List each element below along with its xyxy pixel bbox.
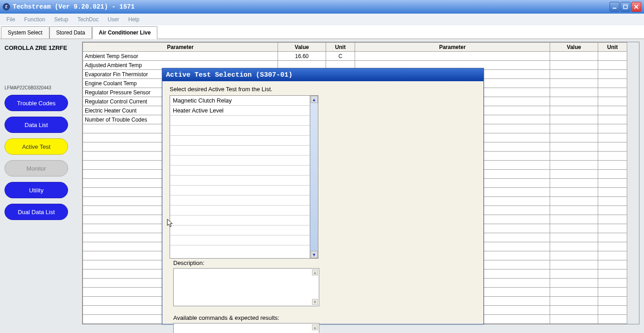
cell-parameter: Ambient Temp Sensor (83, 52, 278, 61)
cell-value (550, 106, 598, 115)
cell-value: 16.60 (278, 52, 326, 61)
scroll-up-icon[interactable]: ▲ (311, 96, 318, 103)
data-list-button[interactable]: Data List (5, 117, 68, 133)
list-item[interactable]: Magnetic Clutch Relay (170, 96, 310, 106)
table-row: Ambient Temp Sensor16.60C (83, 52, 627, 61)
utility-button[interactable]: Utility (5, 182, 68, 198)
dual-data-list-button[interactable]: Dual Data List (5, 204, 68, 220)
cell-unit (598, 61, 627, 70)
cell-value (550, 115, 598, 124)
list-item[interactable] (170, 206, 310, 215)
col-unit-2: Unit (598, 43, 627, 52)
cell-value (550, 52, 598, 61)
titlebar-text: Techstream (Ver 9.20.021) - 1571 (13, 3, 135, 10)
side-panel: COROLLA ZRE 1ZRFE LFMAP22C6B0320443 Trou… (0, 39, 79, 333)
tab-system-select[interactable]: System Select (1, 26, 49, 39)
list-item[interactable] (170, 116, 310, 126)
cell-unit (598, 79, 627, 88)
svg-rect-1 (624, 5, 627, 9)
mini-scroll-down-icon[interactable]: ▼ (312, 299, 318, 305)
commands-textbox: ▲▼ (173, 323, 319, 333)
cell-value (550, 97, 598, 106)
app-icon: t (3, 3, 10, 10)
titlebar: t Techstream (Ver 9.20.021) - 1571 (0, 0, 644, 14)
col-parameter-1: Parameter (83, 43, 278, 52)
description-textbox: ▲▼ (173, 268, 319, 306)
vehicle-code: LFMAP22C6B0320443 (5, 85, 75, 90)
tab-air-conditioner-live[interactable]: Air Conditioner Live (92, 26, 158, 39)
list-item[interactable] (170, 166, 310, 176)
cell-unit (598, 52, 627, 61)
menu-techdoc[interactable]: TechDoc (73, 15, 103, 24)
col-value-2: Value (550, 43, 598, 52)
cell-parameter (355, 52, 550, 61)
close-button[interactable] (631, 2, 641, 12)
col-value-1: Value (278, 43, 326, 52)
cell-value (550, 88, 598, 97)
list-item[interactable] (170, 225, 310, 235)
list-item[interactable] (170, 215, 310, 225)
cell-unit (598, 106, 627, 115)
mini-scroll-up-icon[interactable]: ▲ (312, 324, 318, 330)
minimize-button[interactable] (610, 2, 620, 12)
dialog-instruction: Select desired Active Test from the List… (170, 86, 476, 93)
col-unit-1: Unit (326, 43, 355, 52)
active-test-listbox[interactable]: Magnetic Clutch RelayHeater Active Level (170, 95, 310, 259)
mini-scroll-up-icon[interactable]: ▲ (312, 269, 318, 275)
list-item[interactable] (170, 186, 310, 196)
list-item[interactable] (170, 146, 310, 156)
cell-unit (598, 115, 627, 124)
listbox-scrollbar[interactable]: ▲ ▼ (310, 95, 318, 259)
list-item[interactable]: Heater Active Level (170, 106, 310, 116)
cell-unit (598, 97, 627, 106)
maximize-button[interactable] (620, 2, 630, 12)
list-item[interactable] (170, 126, 310, 136)
dialog-title: Active Test Selection (S307-01) (162, 69, 483, 81)
tab-stored-data[interactable]: Stored Data (49, 26, 92, 39)
cell-unit (598, 88, 627, 97)
commands-label: Available commands & expected results: (173, 314, 323, 321)
list-item[interactable] (170, 235, 310, 245)
cell-unit: C (326, 52, 355, 61)
active-test-dialog: Active Test Selection (S307-01) Select d… (162, 68, 484, 324)
menu-user[interactable]: User (103, 15, 123, 24)
list-item[interactable] (170, 176, 310, 186)
trouble-codes-button[interactable]: Trouble Codes (5, 95, 68, 111)
description-label: Description: (173, 260, 323, 266)
list-item[interactable] (170, 156, 310, 166)
cell-value (550, 79, 598, 88)
list-item[interactable] (170, 136, 310, 146)
tabbar: System Select Stored Data Air Conditione… (0, 25, 644, 39)
scroll-track[interactable] (310, 103, 318, 251)
monitor-button: Monitor (5, 160, 68, 176)
col-parameter-2: Parameter (355, 43, 550, 52)
menu-function[interactable]: Function (20, 15, 49, 24)
menu-help[interactable]: Help (124, 15, 144, 24)
active-test-button[interactable]: Active Test (5, 138, 68, 155)
menu-file[interactable]: File (2, 15, 20, 24)
cell-value (550, 61, 598, 70)
menubar: File Function Setup TechDoc User Help (0, 14, 644, 25)
menu-setup[interactable]: Setup (49, 15, 73, 24)
cell-unit (598, 70, 627, 79)
cell-value (550, 70, 598, 79)
scroll-down-icon[interactable]: ▼ (311, 251, 318, 258)
vehicle-name: COROLLA ZRE 1ZRFE (5, 44, 75, 51)
list-item[interactable] (170, 196, 310, 206)
